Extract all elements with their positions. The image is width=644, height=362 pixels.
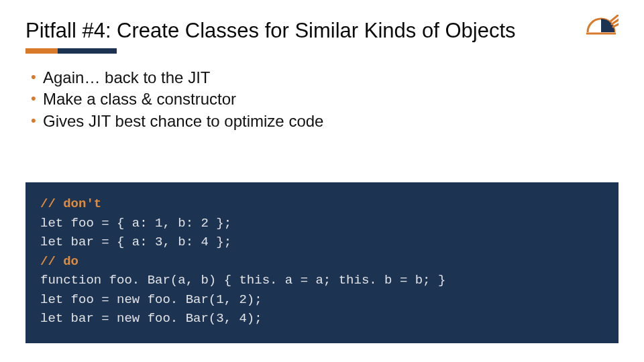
- bullet-item: Again… back to the JIT: [31, 67, 619, 88]
- code-line: let bar = { a: 3, b: 4 };: [40, 233, 604, 252]
- bullet-item: Gives JIT best chance to optimize code: [31, 111, 619, 132]
- code-line: // do: [40, 252, 604, 272]
- slide: Pitfall #4: Create Classes for Similar K…: [0, 0, 644, 132]
- svg-point-0: [592, 27, 596, 32]
- underline-navy: [58, 48, 117, 54]
- title-underline: [25, 48, 619, 54]
- code-block: // don't let foo = { a: 1, b: 2 }; let b…: [25, 182, 619, 343]
- code-line: // don't: [40, 194, 604, 214]
- bullet-list: Again… back to the JIT Make a class & co…: [31, 67, 619, 132]
- code-line: let foo = new foo. Bar(1, 2);: [40, 290, 604, 310]
- underline-orange: [25, 48, 58, 54]
- code-line: function foo. Bar(a, b) { this. a = a; t…: [40, 271, 604, 290]
- slide-title: Pitfall #4: Create Classes for Similar K…: [25, 19, 619, 43]
- logo-icon: [584, 15, 619, 50]
- code-line: let bar = new foo. Bar(3, 4);: [40, 309, 604, 328]
- code-comment: // do: [40, 254, 78, 269]
- bullet-item: Make a class & constructor: [31, 88, 619, 110]
- code-line: let foo = { a: 1, b: 2 };: [40, 214, 604, 233]
- code-comment: // don't: [40, 196, 101, 211]
